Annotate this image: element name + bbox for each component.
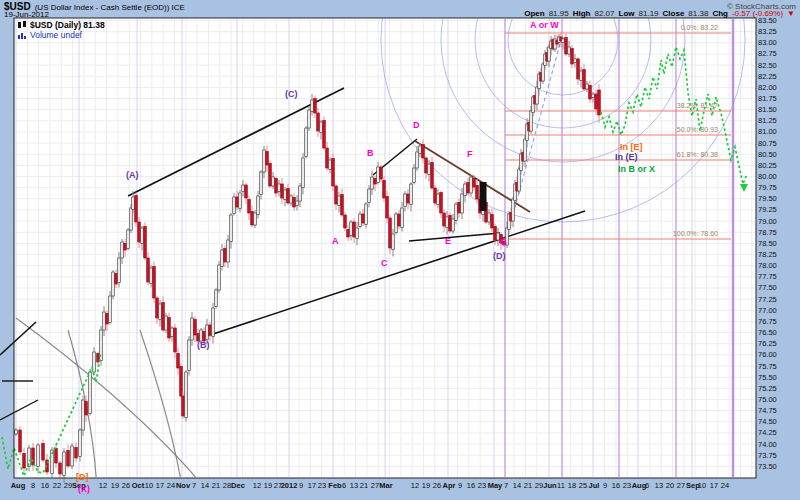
y-axis-label: 75.25: [758, 384, 777, 393]
y-axis-label: 81.00: [758, 127, 777, 136]
annotation-x: (X): [78, 484, 90, 494]
y-axis-label: 79.00: [758, 217, 777, 226]
y-axis-label: 82.00: [758, 83, 777, 92]
annotation-c: (C): [285, 89, 298, 99]
x-axis-label: Mar: [373, 481, 399, 490]
y-axis-label: 81.25: [758, 116, 777, 125]
fib-level-label: 0.0%: 83.22: [628, 24, 718, 31]
y-axis-label: 77.00: [758, 306, 777, 315]
y-axis-label: 82.25: [758, 72, 777, 81]
y-axis-label: 76.75: [758, 317, 777, 326]
y-axis-label: 76.50: [758, 328, 777, 337]
y-axis-label: 74.00: [758, 440, 777, 449]
fib-level-label: 50.0%: 80.93: [628, 126, 718, 133]
y-axis-label: 79.75: [758, 183, 777, 192]
annotation-e: E: [445, 236, 451, 246]
annotation-d: [D]: [76, 472, 89, 482]
annotation-d: (D): [493, 251, 506, 261]
black-candle: [480, 182, 487, 211]
price-chart-plot: [0, 0, 800, 500]
y-axis-label: 79.25: [758, 205, 777, 214]
fib-level-label: 38.2%: 81.47: [628, 102, 718, 109]
stockcharts-chart-window: $USD (US Dollar Index - Cash Settle (EOD…: [0, 0, 800, 500]
annotation-in-b-or-x: In B or X: [618, 164, 655, 174]
candlestick-series-icon: [17, 21, 27, 29]
annotation-c: C: [381, 258, 388, 268]
annotation-a: (A): [126, 170, 139, 180]
volume-legend: Volume undef: [17, 30, 82, 40]
y-axis-label: 77.25: [758, 295, 777, 304]
y-axis-label: 74.25: [758, 428, 777, 437]
y-axis-label: 76.25: [758, 339, 777, 348]
y-axis-label: 76.00: [758, 350, 777, 359]
y-axis-label: 77.75: [758, 272, 777, 281]
y-axis-label: 80.50: [758, 150, 777, 159]
volume-series-icon: [17, 31, 27, 39]
annotation-f: F: [467, 149, 473, 159]
y-axis-label: 80.25: [758, 161, 777, 170]
y-axis-label: 75.00: [758, 395, 777, 404]
y-axis-label: 82.50: [758, 61, 777, 70]
y-axis-label: 83.25: [758, 27, 777, 36]
y-axis-label: 78.75: [758, 228, 777, 237]
fib-level-label: 100.0%: 78.60: [628, 230, 718, 237]
y-axis-label: 80.75: [758, 139, 777, 148]
fib-level-label: 61.8%: 80.38: [628, 151, 718, 158]
y-axis-label: 79.50: [758, 194, 777, 203]
annotation-in-e: In [E]: [620, 142, 643, 152]
y-axis-label: 80.00: [758, 172, 777, 181]
y-axis-label: 74.50: [758, 417, 777, 426]
price-legend-text: $USD (Daily) 81.38: [30, 20, 105, 30]
y-axis-label: 78.50: [758, 239, 777, 248]
y-axis-label: 75.75: [758, 362, 777, 371]
y-axis-label: 83.00: [758, 38, 777, 47]
annotation-b: (B): [197, 340, 210, 350]
annotation-b: B: [367, 148, 374, 158]
y-axis-label: 78.00: [758, 261, 777, 270]
y-axis-label: 81.50: [758, 105, 777, 114]
y-axis-label: 82.75: [758, 49, 777, 58]
y-axis-label: 73.75: [758, 451, 777, 460]
price-legend: $USD (Daily) 81.38: [17, 20, 105, 30]
y-axis-label: 73.50: [758, 462, 777, 471]
y-axis-label: 78.25: [758, 250, 777, 259]
annotation-g: G: [500, 237, 507, 247]
annotation-d: D: [413, 120, 420, 130]
volume-legend-text: Volume undef: [30, 30, 82, 40]
y-axis-label: 81.75: [758, 94, 777, 103]
y-axis-label: 74.75: [758, 406, 777, 415]
x-axis-label: 24: [712, 481, 738, 490]
annotation-in-e: In (E): [615, 152, 638, 162]
annotation-a: A: [332, 236, 339, 246]
y-axis-label: 77.50: [758, 283, 777, 292]
y-axis-label: 75.50: [758, 373, 777, 382]
annotation-a-or-w: A or W: [530, 20, 559, 30]
y-axis-label: 83.50: [758, 16, 777, 25]
